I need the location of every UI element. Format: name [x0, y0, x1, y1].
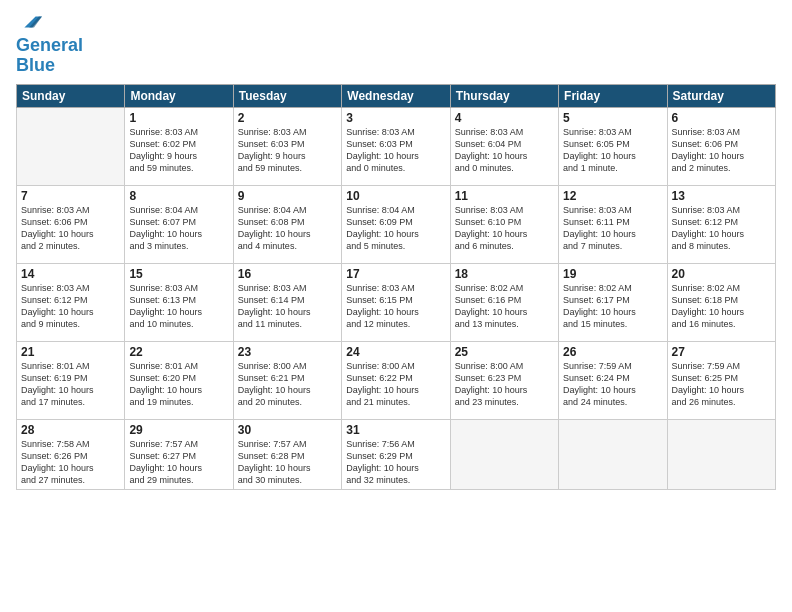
calendar-cell: 14Sunrise: 8:03 AM Sunset: 6:12 PM Dayli…: [17, 263, 125, 341]
calendar-cell: 20Sunrise: 8:02 AM Sunset: 6:18 PM Dayli…: [667, 263, 775, 341]
day-info: Sunrise: 7:57 AM Sunset: 6:27 PM Dayligh…: [129, 438, 228, 487]
calendar-cell: [667, 419, 775, 490]
weekday-header-saturday: Saturday: [667, 84, 775, 107]
weekday-header-row: SundayMondayTuesdayWednesdayThursdayFrid…: [17, 84, 776, 107]
calendar-cell: 3Sunrise: 8:03 AM Sunset: 6:03 PM Daylig…: [342, 107, 450, 185]
day-info: Sunrise: 7:56 AM Sunset: 6:29 PM Dayligh…: [346, 438, 445, 487]
day-number: 6: [672, 111, 771, 125]
logo-icon: [18, 12, 42, 32]
logo-text: GeneralBlue: [16, 36, 83, 76]
day-number: 4: [455, 111, 554, 125]
calendar-cell: 8Sunrise: 8:04 AM Sunset: 6:07 PM Daylig…: [125, 185, 233, 263]
day-info: Sunrise: 8:00 AM Sunset: 6:22 PM Dayligh…: [346, 360, 445, 409]
calendar-week-row: 14Sunrise: 8:03 AM Sunset: 6:12 PM Dayli…: [17, 263, 776, 341]
weekday-header-thursday: Thursday: [450, 84, 558, 107]
day-number: 12: [563, 189, 662, 203]
day-number: 11: [455, 189, 554, 203]
day-info: Sunrise: 8:03 AM Sunset: 6:10 PM Dayligh…: [455, 204, 554, 253]
calendar-week-row: 21Sunrise: 8:01 AM Sunset: 6:19 PM Dayli…: [17, 341, 776, 419]
day-number: 19: [563, 267, 662, 281]
calendar-page: GeneralBlue SundayMondayTuesdayWednesday…: [0, 0, 792, 612]
calendar-cell: 9Sunrise: 8:04 AM Sunset: 6:08 PM Daylig…: [233, 185, 341, 263]
day-info: Sunrise: 8:01 AM Sunset: 6:19 PM Dayligh…: [21, 360, 120, 409]
day-info: Sunrise: 8:03 AM Sunset: 6:12 PM Dayligh…: [21, 282, 120, 331]
day-number: 25: [455, 345, 554, 359]
day-info: Sunrise: 8:03 AM Sunset: 6:15 PM Dayligh…: [346, 282, 445, 331]
day-info: Sunrise: 8:03 AM Sunset: 6:03 PM Dayligh…: [346, 126, 445, 175]
day-number: 1: [129, 111, 228, 125]
weekday-header-tuesday: Tuesday: [233, 84, 341, 107]
day-number: 27: [672, 345, 771, 359]
calendar-cell: 5Sunrise: 8:03 AM Sunset: 6:05 PM Daylig…: [559, 107, 667, 185]
calendar-cell: 18Sunrise: 8:02 AM Sunset: 6:16 PM Dayli…: [450, 263, 558, 341]
day-number: 5: [563, 111, 662, 125]
calendar-cell: 30Sunrise: 7:57 AM Sunset: 6:28 PM Dayli…: [233, 419, 341, 490]
calendar-cell: 28Sunrise: 7:58 AM Sunset: 6:26 PM Dayli…: [17, 419, 125, 490]
day-number: 30: [238, 423, 337, 437]
calendar-cell: 25Sunrise: 8:00 AM Sunset: 6:23 PM Dayli…: [450, 341, 558, 419]
day-number: 15: [129, 267, 228, 281]
calendar-cell: 19Sunrise: 8:02 AM Sunset: 6:17 PM Dayli…: [559, 263, 667, 341]
day-number: 24: [346, 345, 445, 359]
calendar-week-row: 7Sunrise: 8:03 AM Sunset: 6:06 PM Daylig…: [17, 185, 776, 263]
day-info: Sunrise: 8:03 AM Sunset: 6:06 PM Dayligh…: [21, 204, 120, 253]
day-info: Sunrise: 8:03 AM Sunset: 6:14 PM Dayligh…: [238, 282, 337, 331]
day-info: Sunrise: 8:02 AM Sunset: 6:18 PM Dayligh…: [672, 282, 771, 331]
day-info: Sunrise: 8:03 AM Sunset: 6:02 PM Dayligh…: [129, 126, 228, 175]
day-info: Sunrise: 8:03 AM Sunset: 6:04 PM Dayligh…: [455, 126, 554, 175]
calendar-cell: 11Sunrise: 8:03 AM Sunset: 6:10 PM Dayli…: [450, 185, 558, 263]
calendar-cell: 21Sunrise: 8:01 AM Sunset: 6:19 PM Dayli…: [17, 341, 125, 419]
calendar-cell: [450, 419, 558, 490]
day-info: Sunrise: 8:03 AM Sunset: 6:05 PM Dayligh…: [563, 126, 662, 175]
day-number: 9: [238, 189, 337, 203]
calendar-cell: 24Sunrise: 8:00 AM Sunset: 6:22 PM Dayli…: [342, 341, 450, 419]
calendar-cell: 13Sunrise: 8:03 AM Sunset: 6:12 PM Dayli…: [667, 185, 775, 263]
day-number: 16: [238, 267, 337, 281]
day-number: 10: [346, 189, 445, 203]
day-number: 28: [21, 423, 120, 437]
day-number: 21: [21, 345, 120, 359]
logo: GeneralBlue: [16, 12, 83, 76]
calendar-body: 1Sunrise: 8:03 AM Sunset: 6:02 PM Daylig…: [17, 107, 776, 490]
day-number: 14: [21, 267, 120, 281]
day-info: Sunrise: 8:04 AM Sunset: 6:07 PM Dayligh…: [129, 204, 228, 253]
day-info: Sunrise: 8:03 AM Sunset: 6:11 PM Dayligh…: [563, 204, 662, 253]
day-info: Sunrise: 7:57 AM Sunset: 6:28 PM Dayligh…: [238, 438, 337, 487]
weekday-header-wednesday: Wednesday: [342, 84, 450, 107]
day-info: Sunrise: 8:03 AM Sunset: 6:06 PM Dayligh…: [672, 126, 771, 175]
calendar-cell: 17Sunrise: 8:03 AM Sunset: 6:15 PM Dayli…: [342, 263, 450, 341]
day-info: Sunrise: 8:04 AM Sunset: 6:08 PM Dayligh…: [238, 204, 337, 253]
day-number: 31: [346, 423, 445, 437]
day-number: 17: [346, 267, 445, 281]
calendar-cell: 6Sunrise: 8:03 AM Sunset: 6:06 PM Daylig…: [667, 107, 775, 185]
day-number: 26: [563, 345, 662, 359]
day-number: 2: [238, 111, 337, 125]
weekday-header-monday: Monday: [125, 84, 233, 107]
calendar-table: SundayMondayTuesdayWednesdayThursdayFrid…: [16, 84, 776, 491]
day-info: Sunrise: 8:04 AM Sunset: 6:09 PM Dayligh…: [346, 204, 445, 253]
day-info: Sunrise: 8:00 AM Sunset: 6:23 PM Dayligh…: [455, 360, 554, 409]
day-number: 7: [21, 189, 120, 203]
calendar-cell: 12Sunrise: 8:03 AM Sunset: 6:11 PM Dayli…: [559, 185, 667, 263]
calendar-cell: 4Sunrise: 8:03 AM Sunset: 6:04 PM Daylig…: [450, 107, 558, 185]
day-info: Sunrise: 8:02 AM Sunset: 6:17 PM Dayligh…: [563, 282, 662, 331]
day-info: Sunrise: 7:59 AM Sunset: 6:24 PM Dayligh…: [563, 360, 662, 409]
calendar-cell: [17, 107, 125, 185]
weekday-header-friday: Friday: [559, 84, 667, 107]
day-number: 18: [455, 267, 554, 281]
calendar-cell: 27Sunrise: 7:59 AM Sunset: 6:25 PM Dayli…: [667, 341, 775, 419]
day-info: Sunrise: 8:03 AM Sunset: 6:03 PM Dayligh…: [238, 126, 337, 175]
day-number: 3: [346, 111, 445, 125]
calendar-cell: 22Sunrise: 8:01 AM Sunset: 6:20 PM Dayli…: [125, 341, 233, 419]
day-number: 20: [672, 267, 771, 281]
calendar-week-row: 28Sunrise: 7:58 AM Sunset: 6:26 PM Dayli…: [17, 419, 776, 490]
calendar-cell: 10Sunrise: 8:04 AM Sunset: 6:09 PM Dayli…: [342, 185, 450, 263]
day-number: 23: [238, 345, 337, 359]
calendar-cell: 26Sunrise: 7:59 AM Sunset: 6:24 PM Dayli…: [559, 341, 667, 419]
calendar-cell: 7Sunrise: 8:03 AM Sunset: 6:06 PM Daylig…: [17, 185, 125, 263]
day-info: Sunrise: 8:00 AM Sunset: 6:21 PM Dayligh…: [238, 360, 337, 409]
day-info: Sunrise: 8:03 AM Sunset: 6:12 PM Dayligh…: [672, 204, 771, 253]
page-header: GeneralBlue: [16, 12, 776, 76]
day-number: 8: [129, 189, 228, 203]
calendar-cell: 31Sunrise: 7:56 AM Sunset: 6:29 PM Dayli…: [342, 419, 450, 490]
